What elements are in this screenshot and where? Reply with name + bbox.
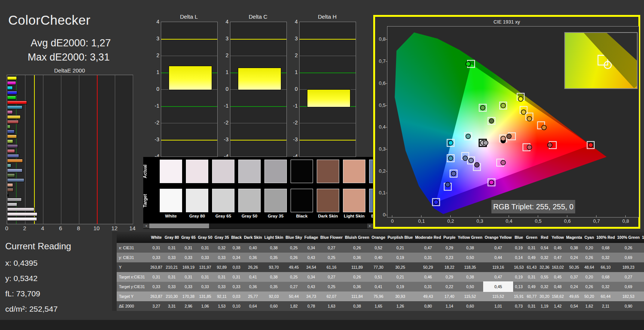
cell-tx[interactable]: 0,38 bbox=[263, 272, 285, 282]
cell-tbigY[interactable]: 49,65 bbox=[565, 292, 583, 301]
cell-ty[interactable]: 0,33 bbox=[197, 282, 214, 292]
cell-x[interactable]: 0,15 bbox=[641, 243, 644, 253]
cell-de[interactable]: 0,54 bbox=[565, 301, 583, 311]
cell-tx[interactable]: 0,37 bbox=[565, 272, 583, 282]
cell-tx[interactable]: 0,45 bbox=[551, 272, 565, 282]
cell-x[interactable]: 0,31 bbox=[149, 243, 163, 253]
cell-ty[interactable]: 0,33 bbox=[230, 282, 243, 292]
cell-x[interactable]: 0,38 bbox=[230, 243, 243, 253]
cell-x[interactable]: 0,19 bbox=[513, 243, 525, 253]
scroll-left-arrow-icon[interactable]: ◄ bbox=[143, 223, 149, 228]
cell-tbigY[interactable]: 92,11 bbox=[214, 292, 230, 301]
cell-x[interactable]: 0,26 bbox=[344, 243, 370, 253]
cell-y[interactable]: 0,33 bbox=[214, 253, 230, 262]
cell-de[interactable]: 0,73 bbox=[513, 301, 525, 311]
cell-de[interactable]: 1,53 bbox=[214, 301, 230, 311]
cell-y[interactable]: 0,69 bbox=[616, 253, 641, 262]
cell-ty[interactable]: 0,33 bbox=[149, 282, 163, 292]
cell-bigY[interactable]: 93,70 bbox=[263, 262, 285, 272]
cell-ty[interactable]: 0,27 bbox=[284, 282, 303, 292]
cell-bigY[interactable]: 189,23 bbox=[616, 262, 641, 272]
cell-bigY[interactable]: 34,54 bbox=[303, 262, 319, 272]
cell-x[interactable]: 0,27 bbox=[319, 243, 344, 253]
cell-y[interactable]: 0,32 bbox=[539, 253, 551, 262]
cell-ty[interactable]: 0,19 bbox=[386, 282, 414, 292]
cell-y[interactable]: 0,33 bbox=[163, 253, 180, 262]
cell-de[interactable]: 0,80 bbox=[414, 301, 442, 311]
cell-tx[interactable]: 0,29 bbox=[442, 272, 457, 282]
cell-tx[interactable]: 0,31 bbox=[214, 272, 230, 282]
cell-de[interactable]: 1,26 bbox=[386, 301, 414, 311]
cell-x[interactable]: 0,31 bbox=[163, 243, 180, 253]
cell-tx[interactable]: 0,27 bbox=[319, 272, 344, 282]
cell-de[interactable]: 1,63 bbox=[319, 301, 344, 311]
cell-ty[interactable]: 0,24 bbox=[565, 282, 583, 292]
cell-x[interactable]: 0,29 bbox=[442, 243, 457, 253]
cell-y[interactable]: 0,43 bbox=[303, 253, 319, 262]
cell-tbigY[interactable]: 20,94 bbox=[641, 292, 644, 301]
cell-ty[interactable]: 0,33 bbox=[180, 282, 197, 292]
cell-de[interactable]: 2,96 bbox=[180, 301, 197, 311]
cell-x[interactable]: 0,40 bbox=[243, 243, 263, 253]
cell-tx[interactable]: 0,31 bbox=[197, 272, 214, 282]
cell-tbigY[interactable]: 34,73 bbox=[303, 292, 319, 301]
cell-de[interactable]: 1,82 bbox=[284, 301, 303, 311]
scrollbar-thumb[interactable] bbox=[149, 223, 209, 228]
cell-x[interactable]: 0,54 bbox=[539, 243, 551, 253]
cell-x[interactable]: 0,31 bbox=[525, 243, 538, 253]
cell-x[interactable]: 0,45 bbox=[551, 243, 565, 253]
cell-tbigY[interactable]: 25,77 bbox=[243, 292, 263, 301]
cell-bigY[interactable]: 32,36 bbox=[539, 262, 551, 272]
cell-tx[interactable]: 0,31 bbox=[180, 272, 197, 282]
cell-y[interactable]: 0,14 bbox=[513, 253, 525, 262]
cell-y[interactable]: 0,33 bbox=[197, 253, 214, 262]
cell-y[interactable]: 0,06 bbox=[641, 253, 644, 262]
cell-y[interactable]: 0,26 bbox=[583, 253, 595, 262]
cell-de[interactable]: 1,62 bbox=[583, 301, 595, 311]
cell-tx[interactable]: 0,41 bbox=[243, 272, 263, 282]
cell-tx[interactable]: 0,31 bbox=[525, 272, 538, 282]
cell-de[interactable]: 1,06 bbox=[197, 301, 214, 311]
cell-tbigY[interactable]: 62,07 bbox=[319, 292, 344, 301]
cell-de[interactable]: 0,31 bbox=[525, 301, 538, 311]
cell-y[interactable]: 0,36 bbox=[344, 253, 370, 262]
cell-tbigY[interactable]: 60,77 bbox=[525, 292, 538, 301]
cell-y[interactable]: 0,33 bbox=[149, 253, 163, 262]
cell-bigY[interactable]: 20,47 bbox=[641, 262, 644, 272]
cell-de[interactable]: 1,42 bbox=[551, 301, 565, 311]
cell-de[interactable]: 3,27 bbox=[149, 301, 163, 311]
cell-y[interactable]: 0,49 bbox=[525, 253, 538, 262]
cell-y[interactable]: 0,32 bbox=[595, 253, 616, 262]
cell-tbigY[interactable]: 15,91 bbox=[513, 292, 525, 301]
cell-ty[interactable]: 0,43 bbox=[303, 282, 319, 292]
cell-ty[interactable]: 0,36 bbox=[344, 282, 370, 292]
cell-tx[interactable]: 0,20 bbox=[583, 272, 595, 282]
cell-y[interactable]: 0,31 bbox=[414, 253, 442, 262]
cell-y[interactable]: 0,35 bbox=[263, 253, 285, 262]
cell-ty[interactable]: 0,41 bbox=[370, 282, 386, 292]
cell-bigY[interactable]: 49,45 bbox=[284, 262, 303, 272]
cell-bigY[interactable]: 77,30 bbox=[370, 262, 386, 272]
cell-y[interactable]: 0,24 bbox=[565, 253, 583, 262]
cell-tbigY[interactable]: 17,40 bbox=[442, 292, 457, 301]
cell-tbigY[interactable]: 182,53 bbox=[616, 292, 641, 301]
cell-bigY[interactable]: 61,16 bbox=[319, 262, 344, 272]
cell-y[interactable]: 0,34 bbox=[230, 253, 243, 262]
cell-tbigY[interactable]: 210,30 bbox=[163, 292, 180, 301]
cell-tx[interactable]: 0,27 bbox=[616, 272, 641, 282]
cell-y[interactable]: 0,40 bbox=[370, 253, 386, 262]
cell-x[interactable]: 0,52 bbox=[370, 243, 386, 253]
cell-tx[interactable]: 0,38 bbox=[457, 272, 484, 282]
cell-x[interactable]: 0,47 bbox=[484, 243, 513, 253]
cell-tx[interactable]: 0,31 bbox=[163, 272, 180, 282]
cell-tx[interactable]: 0,47 bbox=[484, 272, 513, 282]
cell-de[interactable]: 0,60 bbox=[263, 301, 285, 311]
cell-x[interactable]: 0,68 bbox=[595, 243, 616, 253]
cell-de[interactable]: 3,31 bbox=[163, 301, 180, 311]
cell-ty[interactable]: 0,33 bbox=[163, 282, 180, 292]
cell-ty[interactable]: 0,48 bbox=[551, 282, 565, 292]
cell-x[interactable]: 0,21 bbox=[386, 243, 414, 253]
cell-bigY[interactable]: 210,21 bbox=[163, 262, 180, 272]
cell-de[interactable]: 0,64 bbox=[243, 301, 263, 311]
cell-de[interactable]: 1,01 bbox=[484, 301, 513, 311]
